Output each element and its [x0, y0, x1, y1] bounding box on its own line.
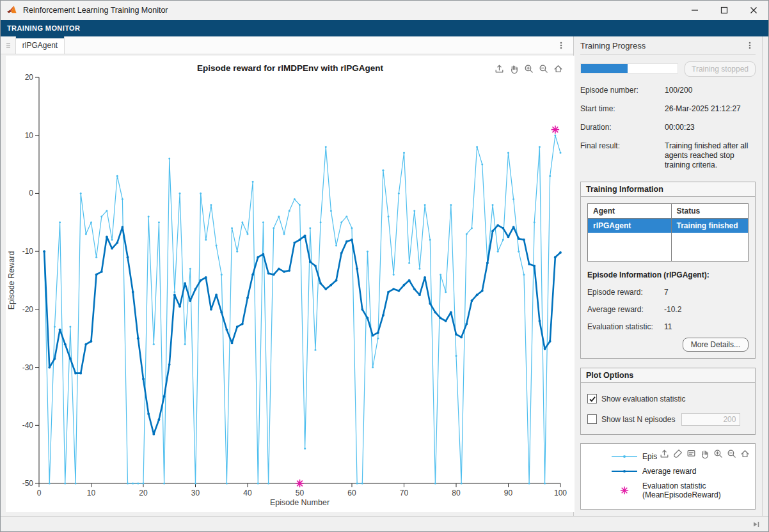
progress-fill	[581, 64, 628, 73]
episode-reward-row: Episode reward: 7	[587, 288, 749, 297]
legend-label: Average reward	[642, 467, 697, 476]
svg-text:0: 0	[37, 489, 42, 497]
main-area: Episode reward for rlMDPEnv with rlPGAge…	[1, 54, 573, 516]
expand-panel-button[interactable]	[752, 520, 761, 529]
close-button[interactable]	[739, 1, 768, 20]
svg-text:70: 70	[400, 489, 409, 497]
svg-text:-20: -20	[22, 305, 34, 314]
more-details-button[interactable]: More Details...	[683, 338, 749, 352]
minimize-button[interactable]	[680, 1, 710, 20]
maximize-button[interactable]	[710, 1, 739, 20]
bottom-bar	[1, 516, 768, 531]
zoom-in-button[interactable]	[712, 448, 724, 460]
zoom-out-button[interactable]	[725, 448, 738, 460]
svg-text:80: 80	[452, 489, 461, 497]
tab-drag-handle[interactable]	[1, 36, 16, 54]
row-label: Duration:	[580, 123, 665, 132]
section-title: Training Information	[581, 182, 755, 197]
plot-options-section: Plot Options Show evaluation statistic S…	[580, 368, 756, 435]
svg-text:20: 20	[139, 489, 148, 497]
show-lastn-row: Show last N episodes	[587, 411, 749, 428]
brush-button[interactable]	[672, 448, 684, 460]
final-result-row: Final result: Training finished after al…	[580, 141, 756, 170]
empty-cell	[671, 247, 748, 261]
row-label: Start time:	[580, 104, 665, 114]
minimize-icon	[691, 6, 699, 14]
show-lastn-checkbox[interactable]	[587, 414, 597, 424]
row-label: Average reward:	[587, 305, 664, 314]
svg-text:10: 10	[87, 489, 96, 497]
legend-label: Evaluation statistic (MeanEpisodeReward)	[642, 481, 721, 499]
brush-icon	[672, 448, 683, 459]
row-value: Training finished after all agents reach…	[665, 141, 756, 170]
episode-info-header: Episode Information (rlPGAgent):	[587, 270, 749, 279]
row-value: 7	[664, 288, 669, 297]
home-icon	[740, 448, 750, 459]
agent-column-header: Agent	[588, 204, 672, 219]
row-label: Episode number:	[580, 86, 665, 95]
average-reward-line-sample	[612, 468, 637, 474]
svg-text:-30: -30	[22, 363, 34, 372]
show-eval-checkbox[interactable]	[587, 394, 597, 403]
agent-cell: rlPGAgent	[588, 219, 672, 233]
row-value: 00:00:23	[665, 123, 756, 132]
tab-bar-spacer	[65, 36, 573, 54]
datatip-button[interactable]	[685, 448, 697, 460]
datatip-icon	[686, 448, 697, 459]
pan-button[interactable]	[699, 448, 711, 460]
legend-item-average-reward: Average reward	[581, 464, 755, 479]
empty-cell	[588, 247, 672, 261]
svg-text:-10: -10	[22, 247, 34, 256]
evaluation-asterisk-icon	[612, 485, 637, 496]
row-value: 11	[664, 322, 672, 331]
row-label: Evaluation statistic:	[587, 322, 664, 331]
panel-title: Training Progress	[580, 41, 646, 51]
zoom-out-icon	[726, 448, 737, 459]
window-title: Reinforcement Learning Training Monitor	[23, 6, 168, 15]
training-stopped-button: Training stopped	[685, 61, 756, 77]
active-tab-accent	[16, 36, 64, 38]
ribbon: TRAINING MONITOR	[1, 20, 768, 36]
svg-text:60: 60	[347, 489, 356, 497]
show-eval-row: Show evaluation statistic	[587, 391, 749, 407]
pan-hand-icon	[699, 448, 710, 459]
status-column-header: Status	[671, 204, 748, 219]
home-button[interactable]	[739, 448, 751, 460]
progress-bar	[580, 63, 678, 74]
matlab-logo-icon	[6, 4, 18, 16]
checkbox-label: Show last N episodes	[601, 415, 675, 424]
table-header-row: Agent Status	[588, 204, 749, 219]
empty-table-row	[588, 247, 749, 261]
table-row[interactable]: rlPGAgentTraining finished	[588, 219, 749, 233]
side-gutter	[762, 36, 768, 516]
svg-text:Episode Reward: Episode Reward	[7, 251, 16, 310]
svg-text:100: 100	[554, 489, 567, 497]
training-information-section: Training Information Agent Status rlPGAg…	[580, 182, 756, 359]
empty-cell	[588, 233, 672, 247]
training-progress-panel: Training Progress Training stopped Episo…	[574, 36, 762, 516]
svg-text:Episode Number: Episode Number	[270, 498, 329, 507]
agent-status-table: Agent Status rlPGAgentTraining finished	[587, 203, 749, 262]
tab-overflow-menu-button[interactable]	[555, 39, 567, 52]
close-icon	[750, 6, 757, 14]
ribbon-label: TRAINING MONITOR	[1, 24, 80, 32]
episode-reward-line-sample	[612, 453, 637, 460]
svg-text:20: 20	[25, 73, 34, 82]
title-bar: Reinforcement Learning Training Monitor	[1, 1, 768, 20]
status-cell: Training finished	[671, 219, 748, 233]
grip-icon	[5, 42, 12, 49]
row-label: Episode reward:	[587, 288, 664, 297]
svg-text:50: 50	[296, 489, 305, 497]
app-window: Reinforcement Learning Training Monitor …	[0, 0, 769, 532]
tab-label: rlPGAgent	[22, 41, 58, 50]
export-button[interactable]	[658, 448, 670, 460]
tab-bar: rlPGAgent	[1, 36, 573, 54]
row-value: 100/200	[665, 86, 756, 95]
kebab-icon	[745, 41, 754, 50]
svg-text:10: 10	[25, 131, 34, 140]
tab-rlpgagent[interactable]: rlPGAgent	[16, 36, 65, 54]
export-icon	[659, 448, 670, 459]
panel-menu-button[interactable]	[744, 39, 756, 52]
row-value: 26-Mar-2025 21:12:27	[665, 104, 756, 114]
svg-text:30: 30	[191, 489, 200, 497]
